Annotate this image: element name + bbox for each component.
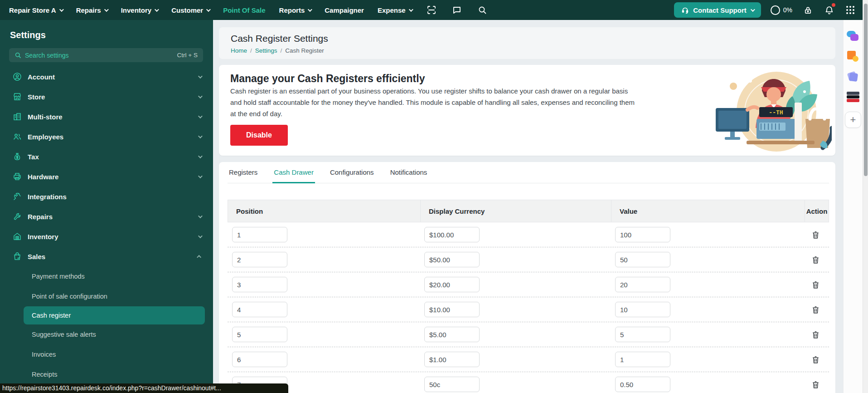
settings-search[interactable]: Ctrl + S — [9, 48, 203, 62]
sidebar-subitem-pos-configuration[interactable]: Point of sale configuration — [0, 286, 213, 306]
display-currency-input[interactable] — [424, 277, 480, 292]
sidebar-item-account[interactable]: Account — [0, 67, 213, 87]
chat-icon[interactable] — [451, 4, 463, 16]
position-input[interactable] — [232, 327, 287, 342]
sidebar-item-inventory[interactable]: Inventory — [0, 226, 213, 246]
sidebar-item-employees[interactable]: Employees — [0, 127, 213, 147]
tab-notifications[interactable]: Notifications — [389, 168, 429, 183]
table-row — [228, 247, 829, 272]
notifications-bell-icon[interactable] — [823, 4, 835, 16]
add-app-button[interactable]: + — [845, 112, 861, 128]
messaging-app-icon[interactable] — [847, 30, 859, 43]
delete-row-button[interactable] — [811, 379, 821, 389]
delete-row-button[interactable] — [811, 280, 821, 290]
sidebar-item-multi-store[interactable]: Multi-store — [0, 107, 213, 127]
tab-registers[interactable]: Registers — [228, 168, 259, 183]
sidebar-title: Settings — [0, 20, 213, 40]
value-input[interactable] — [615, 327, 670, 342]
table-row — [228, 322, 829, 347]
display-currency-input[interactable] — [424, 252, 480, 267]
banner-illustration: --TH — [708, 68, 832, 155]
search-input[interactable] — [25, 52, 174, 59]
register-display-text: --TH — [769, 109, 783, 116]
disable-button[interactable]: Disable — [230, 125, 288, 146]
barcode-scan-icon[interactable] — [426, 4, 437, 16]
delete-row-button[interactable] — [811, 329, 821, 339]
sidebar-item-hardware[interactable]: Hardware — [0, 167, 213, 187]
position-input[interactable] — [232, 227, 287, 242]
notes-app-icon[interactable] — [847, 71, 859, 84]
tabs: Registers Cash Drawer Configurations Not… — [228, 162, 829, 183]
main-content: Cash Register Settings Home / Settings /… — [213, 20, 843, 393]
search-icon[interactable] — [476, 4, 488, 16]
sidebar-item-store[interactable]: Store — [0, 87, 213, 107]
menu-inventory[interactable]: Inventory — [121, 6, 158, 14]
sidebar-subitem-receipts[interactable]: Receipts — [0, 364, 213, 384]
delete-row-button[interactable] — [811, 305, 821, 314]
value-input[interactable] — [615, 302, 670, 317]
position-input[interactable] — [232, 302, 287, 317]
notification-dot — [832, 3, 835, 7]
sidebar-subitem-suggestive-sale-alerts[interactable]: Suggestive sale alerts — [0, 324, 213, 344]
breadcrumb: Home / Settings / Cash Register — [231, 47, 835, 54]
display-currency-input[interactable] — [424, 327, 480, 342]
delete-row-button[interactable] — [811, 354, 821, 364]
contact-support-button[interactable]: Contact Support — [674, 2, 761, 18]
sidebar-item-integrations[interactable]: Integrations — [0, 187, 213, 206]
banner-text-line2: and hold staff accountable for the money… — [230, 97, 647, 108]
position-input[interactable] — [232, 277, 287, 292]
sidebar-item-repairs[interactable]: Repairs — [0, 206, 213, 226]
position-input[interactable] — [232, 352, 287, 367]
value-input[interactable] — [615, 252, 670, 267]
value-input[interactable] — [615, 227, 670, 242]
scrollbar-thumb[interactable] — [864, 4, 868, 176]
banner: Manage your Cash Registers efficiently C… — [219, 65, 835, 156]
display-currency-input[interactable] — [424, 302, 480, 317]
plug-icon — [13, 192, 22, 201]
display-currency-input[interactable] — [424, 377, 480, 392]
column-header-value: Value — [611, 200, 805, 222]
chevron-down-icon — [198, 134, 203, 138]
setup-progress[interactable]: 0% — [771, 5, 792, 15]
menu-repairs[interactable]: Repairs — [76, 6, 107, 14]
lock-icon[interactable] — [802, 4, 814, 16]
value-input[interactable] — [615, 352, 670, 367]
breadcrumb-home[interactable]: Home — [231, 47, 247, 54]
reader-app-icon[interactable] — [847, 91, 859, 104]
position-input[interactable] — [232, 252, 287, 267]
sidebar-subitem-payment-methods[interactable]: Payment methods — [0, 266, 213, 286]
breadcrumb-current: Cash Register — [285, 47, 324, 54]
sidebar-item-sales[interactable]: Sales — [0, 246, 213, 266]
page-scrollbar[interactable] — [863, 0, 868, 393]
tab-configurations[interactable]: Configurations — [329, 168, 375, 183]
link-status-bar: https://repairstore31403.repairdesk.co/i… — [0, 383, 288, 393]
menu-reports[interactable]: Reports — [279, 6, 311, 14]
delete-row-button[interactable] — [811, 255, 821, 265]
chevron-down-icon — [198, 114, 203, 118]
page-header: Cash Register Settings Home / Settings /… — [219, 27, 835, 59]
menu-expense[interactable]: Expense — [378, 6, 412, 14]
topbar-nav: Repair Store A Repairs Inventory Custome… — [9, 4, 488, 16]
value-input[interactable] — [615, 277, 670, 292]
value-input[interactable] — [615, 377, 670, 392]
display-currency-input[interactable] — [424, 352, 480, 367]
delete-row-button[interactable] — [811, 230, 821, 240]
menu-customer[interactable]: Customer — [171, 6, 209, 14]
display-currency-input[interactable] — [424, 227, 480, 242]
sidebar-subitem-invoices[interactable]: Invoices — [0, 344, 213, 364]
chevron-down-icon — [751, 7, 755, 12]
table-row — [228, 297, 829, 322]
headset-icon — [681, 6, 689, 14]
sidebar-subitem-cash-register[interactable]: Cash register — [24, 306, 205, 324]
sidebar-item-tax[interactable]: Tax — [0, 147, 213, 167]
apps-grid-icon[interactable] — [844, 4, 856, 16]
orange-app-icon[interactable] — [847, 50, 859, 63]
shopping-bag-icon — [13, 252, 22, 261]
menu-point-of-sale[interactable]: Point Of Sale — [223, 6, 265, 14]
store-switcher[interactable]: Repair Store A — [9, 6, 63, 14]
account-icon — [13, 72, 22, 81]
tab-cash-drawer[interactable]: Cash Drawer — [272, 168, 315, 183]
money-bag-icon — [13, 152, 22, 161]
breadcrumb-settings[interactable]: Settings — [255, 47, 277, 54]
menu-campaigner[interactable]: Campaigner — [325, 6, 364, 14]
